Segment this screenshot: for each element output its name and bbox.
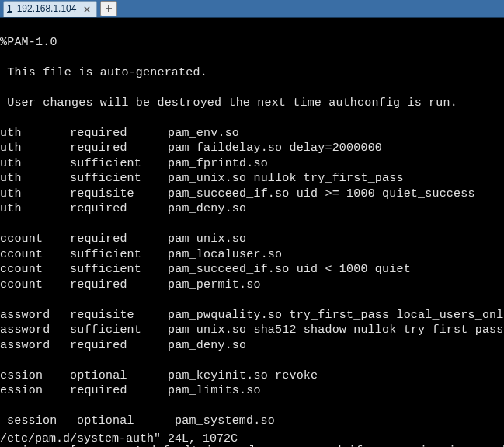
pam-rule: uthrequiredpam_faildelay.so delay=200000… bbox=[0, 141, 504, 156]
tab-label: 192.168.1.104 bbox=[17, 3, 77, 16]
pam-rule: essionoptionalpam_keyinit.so revoke bbox=[0, 368, 504, 384]
blank-line bbox=[0, 292, 504, 308]
pam-rule: uthsufficientpam_unix.so nullok try_firs… bbox=[0, 171, 504, 187]
blank-line bbox=[0, 217, 504, 232]
pam-header: %PAM-1.0 bbox=[0, 35, 504, 51]
pam-rule: ccountrequiredpam_unix.so bbox=[0, 232, 504, 247]
pam-rule: asswordrequiredpam_deny.so bbox=[0, 338, 504, 354]
session-tab-1[interactable]: 1 192.168.1.104 bbox=[3, 1, 97, 17]
new-tab-button[interactable] bbox=[100, 1, 117, 16]
pam-rule: uthrequiredpam_deny.so bbox=[0, 201, 504, 217]
vim-status-line: /etc/pam.d/system-auth" 24L, 1072C bbox=[0, 431, 238, 447]
pam-rule-session: sessionoptionalpam_systemd.so bbox=[0, 414, 504, 429]
comment-line: This file is auto-generated. bbox=[0, 65, 504, 81]
pam-rule: ccountrequiredpam_permit.so bbox=[0, 278, 504, 293]
tab-index: 1 bbox=[7, 3, 12, 16]
pam-rule: uthrequiredpam_env.so bbox=[0, 126, 504, 141]
pam-rule: ccountsufficientpam_succeed_if.so uid < … bbox=[0, 262, 504, 278]
pam-rule: uthrequisitepam_succeed_if.so uid >= 100… bbox=[0, 187, 504, 202]
pam-rule: uthsufficientpam_fprintd.so bbox=[0, 156, 504, 172]
plus-icon bbox=[105, 5, 113, 12]
terminal-output: %PAM-1.0 This file is auto-generated. Us… bbox=[0, 18, 504, 447]
pam-rule: asswordrequisitepam_pwquality.so try_fir… bbox=[0, 308, 504, 323]
pam-rule: essionrequiredpam_limits.so bbox=[0, 383, 504, 399]
comment-line: User changes will be destroyed the next … bbox=[0, 96, 504, 111]
pam-rule: asswordsufficientpam_unix.so sha512 shad… bbox=[0, 323, 504, 338]
tab-bar: 1 192.168.1.104 bbox=[0, 0, 504, 18]
blank-line bbox=[0, 353, 504, 368]
pam-rule: ccountsufficientpam_localuser.so bbox=[0, 247, 504, 263]
close-icon[interactable] bbox=[82, 5, 92, 14]
